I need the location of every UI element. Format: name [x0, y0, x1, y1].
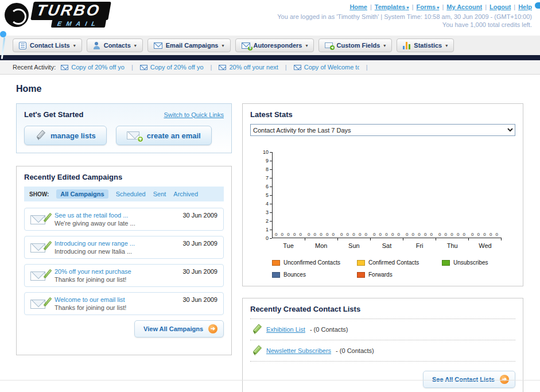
create-email-label: create an email [147, 131, 201, 140]
tick-mark [305, 238, 305, 240]
x-axis-label: Tue [272, 242, 305, 249]
campaigns-tab-archived[interactable]: Archived [173, 191, 198, 197]
campaigns-tab-all-campaigns[interactable]: All Campaigns [56, 189, 108, 199]
chart-value-labels: 0 0 0 0 0 [338, 232, 371, 237]
campaign-text: See us at the retail food ...We're givin… [55, 212, 177, 227]
main-nav: Contact Lists▾Contacts▾Email Campaigns▾A… [0, 36, 540, 55]
contact-list-link[interactable]: Exhibition List [266, 326, 305, 333]
legend-label: Unsubscribes [453, 259, 488, 266]
recent-activity-bar: Recent Activity: Copy of 20% off yo|Copy… [0, 60, 540, 75]
recent-activity-link[interactable]: Copy of 20% off yo [71, 64, 125, 71]
y-axis-tick: 0 [254, 236, 272, 240]
nav-tab-email-campaigns[interactable]: Email Campaigns▾ [147, 38, 231, 52]
campaign-title-link[interactable]: 20% off your next purchase [55, 268, 177, 275]
chart-day-group: 0 0 0 0 0 [403, 152, 436, 238]
session-info: You are logged in as 'Timothy Smith' | S… [277, 13, 532, 20]
latest-stats-title: Latest Stats [250, 110, 515, 119]
recent-activity-item[interactable]: 20% off your next [219, 64, 278, 71]
recent-activity-item[interactable]: Copy of 20% off yo [140, 64, 204, 71]
x-axis-label: Mon [305, 242, 337, 249]
nav-tab-statistics[interactable]: Statistics▾ [397, 38, 454, 52]
contact-list-row[interactable]: Newsletter Subscribers- (0 Contacts) [250, 340, 515, 362]
left-column: Let's Get Started Switch to Quick Links … [16, 103, 232, 355]
campaign-title-link[interactable]: Welcome to our email list [55, 296, 177, 303]
contact-list-link[interactable]: Newsletter Subscribers [266, 347, 331, 354]
tick-mark [270, 195, 272, 196]
campaign-title-link[interactable]: See us at the retail food ... [55, 212, 177, 219]
statistics-icon [403, 42, 410, 49]
top-link-logout[interactable]: Logout [490, 3, 511, 10]
campaign-row[interactable]: 20% off your next purchaseThanks for joi… [24, 264, 224, 287]
y-axis-label: 2 [266, 219, 269, 223]
x-axis-label: Thu [436, 242, 469, 249]
chevron-down-icon: ▾ [73, 43, 76, 48]
tick-mark [270, 152, 272, 153]
top-link-help[interactable]: Help [518, 3, 532, 10]
campaigns-filter-tabs: All CampaignsScheduledSentArchived [56, 189, 198, 199]
stats-plot: 0123456789100 0 0 0 00 0 0 0 00 0 0 0 00… [272, 152, 502, 238]
right-column: Latest Stats Contact Activity for the La… [242, 103, 523, 392]
campaign-date: 30 Jun 2009 [182, 212, 217, 219]
top-link-forms[interactable]: Forms ▾ [417, 3, 440, 10]
campaigns-tab-sent[interactable]: Sent [153, 191, 166, 197]
campaign-row[interactable]: Welcome to our email listThanks for join… [24, 292, 224, 315]
nav-tab-autoresponders[interactable]: Autoresponders▾ [235, 38, 314, 52]
top-link-templates[interactable]: Templates ▾ [375, 3, 409, 10]
nav-tab-custom-fields[interactable]: Custom Fields▾ [318, 38, 392, 52]
tick-mark [403, 238, 403, 240]
campaign-envelope-pencil-icon [30, 269, 49, 282]
recent-activity-link[interactable]: 20% off your next [229, 64, 278, 71]
chevron-down-icon: ▾ [383, 43, 386, 48]
top-link-home[interactable]: Home [349, 3, 367, 10]
recent-activity-item[interactable]: Copy of 20% off yo [61, 64, 125, 71]
recent-activity-item[interactable]: Copy of Welcome to [294, 64, 359, 71]
separator: | [285, 64, 287, 71]
manage-lists-button[interactable]: manage lists [24, 126, 107, 145]
y-axis-tick: 6 [254, 184, 272, 189]
legend-label: Unconfirmed Contacts [283, 259, 340, 266]
separator: | [412, 3, 414, 10]
campaign-row[interactable]: See us at the retail food ...We're givin… [24, 208, 224, 231]
chart-value-labels: 0 0 0 0 0 [273, 232, 305, 237]
recent-activity-label: Recent Activity: [13, 64, 56, 71]
get-started-title: Let's Get Started [24, 110, 84, 119]
stats-period-select[interactable]: Contact Activity for the Last 7 Days [250, 124, 515, 136]
separator: | [370, 3, 372, 10]
campaign-row[interactable]: Introducing our new range ...Introducing… [24, 236, 224, 259]
campaign-title-link[interactable]: Introducing our new range ... [55, 240, 177, 247]
y-axis-label: 6 [266, 184, 269, 189]
view-all-campaigns-button[interactable]: View All Campaigns [134, 320, 224, 337]
envelope-icon [61, 65, 68, 70]
y-axis-label: 4 [266, 201, 269, 206]
nav-tab-contact-lists[interactable]: Contact Lists▾ [13, 38, 82, 52]
legend-swatch [272, 272, 280, 278]
chart-day-group: 0 0 0 0 0 [371, 152, 403, 238]
logo-swirl-icon [5, 3, 29, 27]
stats-legend: Unconfirmed ContactsConfirmed ContactsUn… [272, 259, 527, 278]
email-campaigns-icon [154, 42, 162, 49]
nav-tab-contacts[interactable]: Contacts▾ [87, 38, 143, 52]
chart-value-labels: 0 0 0 0 0 [436, 232, 469, 237]
y-axis-tick: 10 [254, 150, 272, 154]
switch-to-quick-links-link[interactable]: Switch to Quick Links [164, 111, 224, 118]
stats-x-labels: TueMonSunSatFriThuWed [272, 242, 502, 249]
legend-item: Confirmed Contacts [357, 259, 442, 266]
campaign-text: 20% off your next purchaseThanks for joi… [55, 268, 177, 283]
see-all-contact-lists-button[interactable]: See All Contact Lists [423, 371, 515, 388]
campaigns-tab-scheduled[interactable]: Scheduled [116, 191, 146, 197]
nav-tab-label: Custom Fields [336, 42, 380, 49]
autoresponders-icon [242, 42, 250, 49]
nav-tab-label: Contacts [104, 42, 131, 49]
contact-list-row[interactable]: Exhibition List- (0 Contacts) [250, 319, 515, 340]
y-axis-tick: 4 [254, 201, 272, 206]
separator: | [442, 3, 444, 10]
create-email-button[interactable]: create an email [116, 126, 212, 145]
recent-activity-link[interactable]: Copy of Welcome to [304, 64, 359, 71]
top-link-my-account[interactable]: My Account [446, 3, 482, 10]
legend-item: Unconfirmed Contacts [272, 259, 357, 266]
tick-mark [468, 238, 469, 240]
chevron-down-icon: ▾ [436, 5, 439, 10]
campaigns-panel-title: Recently Edited Campaigns [24, 173, 224, 181]
tick-mark [270, 230, 272, 230]
recent-activity-link[interactable]: Copy of 20% off yo [150, 64, 204, 71]
